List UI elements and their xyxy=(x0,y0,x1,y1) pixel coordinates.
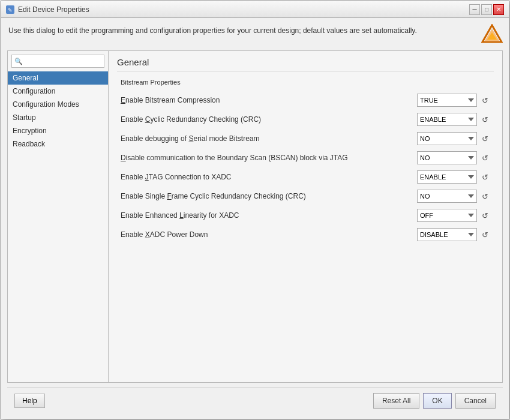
prop-control-2: NO YES ↺ xyxy=(417,132,490,145)
close-button[interactable]: ✕ xyxy=(493,4,504,15)
titlebar-left: ✎ Edit Device Properties xyxy=(6,5,89,14)
prop-label-5: Enable Single Frame Cyclic Redundancy Ch… xyxy=(121,192,412,200)
prop-label-3: Disable communication to the Boundary Sc… xyxy=(121,154,412,162)
prop-row-5: Enable Single Frame Cyclic Redundancy Ch… xyxy=(115,187,496,206)
prop-select-0[interactable]: TRUE FALSE xyxy=(417,94,477,107)
footer-left: Help xyxy=(14,394,45,408)
titlebar: ✎ Edit Device Properties ─ □ ✕ xyxy=(1,1,509,18)
window-title: Edit Device Properties xyxy=(18,5,89,14)
sidebar-item-general[interactable]: General xyxy=(8,71,108,85)
reset-btn-2[interactable]: ↺ xyxy=(479,133,490,144)
prop-label-1: Enable Cyclic Redundancy Checking (CRC) xyxy=(121,115,412,124)
reset-btn-4[interactable]: ↺ xyxy=(479,172,490,182)
prop-label-7: Enable XADC Power Down xyxy=(121,230,412,239)
prop-control-6: OFF ON ↺ xyxy=(417,209,490,222)
sidebar-item-encryption[interactable]: Encryption xyxy=(8,124,108,137)
reset-btn-1[interactable]: ↺ xyxy=(479,114,490,125)
reset-btn-0[interactable]: ↺ xyxy=(479,95,490,106)
prop-row-6: Enable Enhanced Linearity for XADC OFF O… xyxy=(115,206,496,225)
footer-right: Reset All OK Cancel xyxy=(373,393,496,409)
app-icon: ✎ xyxy=(6,5,14,14)
sidebar-item-configuration-modes[interactable]: Configuration Modes xyxy=(8,98,108,111)
help-button[interactable]: Help xyxy=(14,394,45,408)
search-icon: 🔍 xyxy=(14,58,23,65)
search-input[interactable] xyxy=(25,58,101,65)
panel-title: General xyxy=(109,51,502,71)
prop-control-4: ENABLE DISABLE ↺ xyxy=(417,170,490,184)
prop-label-6: Enable Enhanced Linearity for XADC xyxy=(121,211,412,220)
sidebar-item-configuration[interactable]: Configuration xyxy=(8,85,108,98)
search-box[interactable]: 🔍 xyxy=(11,55,104,68)
cancel-button[interactable]: Cancel xyxy=(455,393,496,409)
nav-list: General Configuration Configuration Mode… xyxy=(8,71,108,382)
prop-label-4: Enable JTAG Connection to XADC xyxy=(121,173,412,181)
reset-all-button[interactable]: Reset All xyxy=(373,393,419,409)
prop-select-6[interactable]: OFF ON xyxy=(417,209,477,222)
main-panel: 🔍 General Configuration Configuration Mo… xyxy=(7,50,503,383)
company-logo xyxy=(481,24,503,46)
prop-select-1[interactable]: ENABLE DISABLE xyxy=(417,113,477,126)
maximize-button[interactable]: □ xyxy=(481,4,492,15)
prop-row-4: Enable JTAG Connection to XADC ENABLE DI… xyxy=(115,167,496,187)
prop-control-3: NO YES ↺ xyxy=(417,151,490,164)
reset-btn-3[interactable]: ↺ xyxy=(479,152,490,163)
svg-text:✎: ✎ xyxy=(8,7,13,13)
prop-row-1: Enable Cyclic Redundancy Checking (CRC) … xyxy=(115,110,496,129)
prop-control-1: ENABLE DISABLE ↺ xyxy=(417,113,490,126)
prop-row-7: Enable XADC Power Down DISABLE ENABLE ↺ xyxy=(115,225,496,244)
prop-control-0: TRUE FALSE ↺ xyxy=(417,94,490,107)
prop-row-3: Disable communication to the Boundary Sc… xyxy=(115,148,496,167)
main-window: ✎ Edit Device Properties ─ □ ✕ Use this … xyxy=(1,1,509,419)
prop-row-2: Enable debugging of Serial mode Bitstrea… xyxy=(115,129,496,148)
prop-select-5[interactable]: NO YES xyxy=(417,190,477,203)
properties-list: Enable Bitstream Compression TRUE FALSE … xyxy=(109,91,502,382)
prop-select-4[interactable]: ENABLE DISABLE xyxy=(417,170,477,184)
minimize-button[interactable]: ─ xyxy=(469,4,480,15)
reset-btn-6[interactable]: ↺ xyxy=(479,210,490,221)
sidebar-item-startup[interactable]: Startup xyxy=(8,111,108,124)
prop-control-7: DISABLE ENABLE ↺ xyxy=(417,228,490,241)
reset-btn-7[interactable]: ↺ xyxy=(479,229,490,240)
content-area: Use this dialog to edit the programming … xyxy=(1,18,509,419)
prop-label-0: Enable Bitstream Compression xyxy=(121,96,412,104)
panel-divider xyxy=(117,71,494,71)
prop-select-7[interactable]: DISABLE ENABLE xyxy=(417,228,477,241)
right-panel: General Bitstream Properties Enable Bits… xyxy=(109,51,502,382)
description-text: Use this dialog to edit the programming … xyxy=(7,24,418,37)
prop-control-5: NO YES ↺ xyxy=(417,190,490,203)
footer: Help Reset All OK Cancel xyxy=(7,388,503,413)
prop-select-3[interactable]: NO YES xyxy=(417,151,477,164)
section-title: Bitstream Properties xyxy=(109,76,502,91)
prop-select-2[interactable]: NO YES xyxy=(417,132,477,145)
ok-button[interactable]: OK xyxy=(423,393,451,409)
sidebar-item-readback[interactable]: Readback xyxy=(8,137,108,151)
sidebar: 🔍 General Configuration Configuration Mo… xyxy=(8,51,109,382)
reset-btn-5[interactable]: ↺ xyxy=(479,191,490,202)
prop-label-2: Enable debugging of Serial mode Bitstrea… xyxy=(121,134,412,143)
titlebar-buttons: ─ □ ✕ xyxy=(469,4,504,15)
prop-row-0: Enable Bitstream Compression TRUE FALSE … xyxy=(115,91,496,110)
